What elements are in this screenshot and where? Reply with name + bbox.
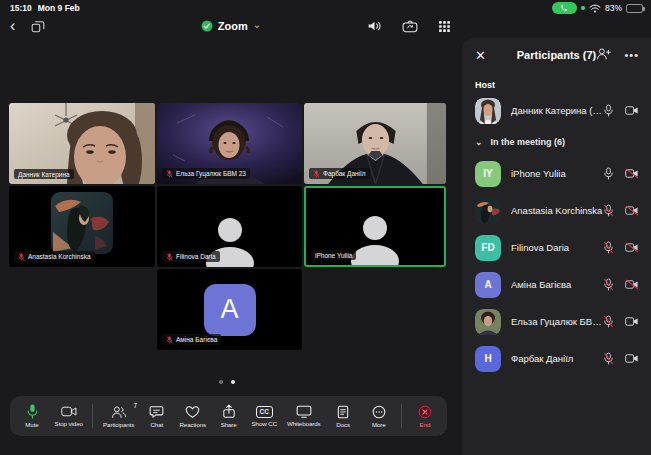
zoom-ipad-screen: 15:10 Mon 9 Feb 83% ‹ Zoom ⌄ xyxy=(0,0,651,455)
toolbar-divider xyxy=(92,404,93,428)
participant-name: Ельза Гуцалюк БВМ 23 xyxy=(511,316,603,327)
letter-avatar: A xyxy=(204,284,256,336)
video-tile-farbak-daniil[interactable]: Фарбак Даніїл xyxy=(304,103,446,184)
participants-button[interactable]: 7 Participants xyxy=(103,405,134,428)
participant-row-amina-bahiieva[interactable]: A Аміна Багієва xyxy=(462,266,651,303)
stop-video-button[interactable]: Stop video xyxy=(55,405,83,427)
video-tile-dannyk-kateryna[interactable]: Данник Катерина xyxy=(9,103,155,184)
chevron-down-icon: ⌄ xyxy=(253,19,261,30)
camera-on-icon[interactable] xyxy=(625,316,639,327)
mic-muted-icon xyxy=(166,336,173,344)
mic-in-use-dot xyxy=(581,6,585,10)
end-call-icon xyxy=(418,405,432,419)
tile-name-label: Ельза Гуцалюк БВМ 23 xyxy=(162,168,250,179)
video-tile-elza-hutsaliuk[interactable]: Ельза Гуцалюк БВМ 23 xyxy=(157,103,302,184)
camera-off-icon[interactable] xyxy=(625,242,639,253)
participant-row-elza-hutsaliuk[interactable]: Ельза Гуцалюк БВМ 23 xyxy=(462,303,651,340)
mic-muted-icon[interactable] xyxy=(603,352,614,365)
view-grid-icon[interactable] xyxy=(438,20,451,33)
participant-name: iPhone Yuliia xyxy=(511,168,603,179)
video-tile-amina-bahiieva[interactable]: A Аміна Багієва xyxy=(157,269,302,350)
participant-row-anastasia-korchinska[interactable]: Anastasia Korchinska xyxy=(462,192,651,229)
wifi-icon xyxy=(589,4,601,13)
camera-icon xyxy=(61,405,77,418)
profile-image xyxy=(51,192,113,254)
participants-panel-header: ✕ Participants (7) ••• xyxy=(462,38,651,72)
more-icon xyxy=(372,405,386,419)
battery-icon xyxy=(626,4,643,13)
participant-row-farbak-daniil[interactable]: H Фарбак Даніїл xyxy=(462,340,651,377)
share-button[interactable]: Share xyxy=(216,404,242,428)
mic-muted-icon xyxy=(313,170,320,178)
toolbar-divider xyxy=(401,404,402,428)
tile-name-label: Фарбак Даніїл xyxy=(309,168,370,179)
secure-check-icon xyxy=(201,20,213,32)
participant-row-host[interactable]: Данник Катерина (me) xyxy=(462,92,651,129)
tile-name-label: Данник Катерина xyxy=(14,169,74,179)
clock: 15:10 xyxy=(10,3,32,13)
chat-icon xyxy=(149,405,164,419)
participant-name: Данник Катерина (me) xyxy=(511,105,603,116)
video-tile-anastasia-korchinska[interactable]: Anastasia Korchinska xyxy=(9,186,155,267)
mic-muted-icon xyxy=(166,170,173,178)
chat-button[interactable]: Chat xyxy=(144,405,170,428)
invite-person-icon[interactable] xyxy=(596,47,611,63)
reactions-button[interactable]: Reactions xyxy=(179,405,206,428)
participants-icon xyxy=(111,405,127,419)
mic-muted-icon[interactable] xyxy=(603,204,614,217)
participants-panel: ✕ Participants (7) ••• Host Данник Катер… xyxy=(462,38,651,455)
mic-muted-icon[interactable] xyxy=(603,278,614,291)
nav-bar: ‹ Zoom ⌄ xyxy=(0,14,651,38)
avatar: FD xyxy=(475,235,501,261)
share-icon xyxy=(222,404,236,419)
mute-button[interactable]: Mute xyxy=(19,404,45,428)
heart-icon xyxy=(185,405,200,419)
camera-on-icon[interactable] xyxy=(625,105,639,116)
mic-on-icon[interactable] xyxy=(603,167,614,180)
mic-on-icon[interactable] xyxy=(603,104,614,117)
panel-title: Participants (7) xyxy=(517,49,596,61)
camera-off-icon[interactable] xyxy=(625,205,639,216)
participant-row-iphone-yuliia[interactable]: IY iPhone Yuliia xyxy=(462,155,651,192)
active-call-indicator[interactable] xyxy=(552,2,577,14)
switch-camera-icon[interactable] xyxy=(402,20,418,33)
end-button[interactable]: End xyxy=(412,405,438,428)
avatar: A xyxy=(475,272,501,298)
participant-name: Anastasia Korchinska xyxy=(511,205,603,216)
show-cc-button[interactable]: CC Show CC xyxy=(251,406,277,427)
whiteboards-button[interactable]: Whiteboards xyxy=(287,405,321,427)
tile-name-label: Аміна Багієва xyxy=(162,334,221,345)
chevron-down-icon: ⌄ xyxy=(475,137,483,147)
phone-icon xyxy=(560,4,568,12)
participant-row-filinova-daria[interactable]: FD Filinova Daria xyxy=(462,229,651,266)
speaker-icon[interactable] xyxy=(367,20,382,32)
in-meeting-section-toggle[interactable]: ⌄ In the meeting (6) xyxy=(462,129,651,155)
date: Mon 9 Feb xyxy=(38,3,80,13)
mic-muted-icon xyxy=(166,253,173,261)
page-dot xyxy=(219,380,223,384)
whiteboard-icon xyxy=(296,405,312,418)
camera-on-icon[interactable] xyxy=(625,353,639,364)
page-indicator xyxy=(205,380,249,384)
mic-muted-icon[interactable] xyxy=(603,241,614,254)
video-tile-filinova-daria[interactable]: Filinova Daria xyxy=(157,186,302,267)
panel-more-icon[interactable]: ••• xyxy=(624,49,639,61)
tile-name-label: Anastasia Korchinska xyxy=(14,251,95,262)
camera-off-icon[interactable] xyxy=(625,279,639,290)
docs-button[interactable]: Docs xyxy=(330,405,356,428)
participants-count-badge: 7 xyxy=(134,402,138,409)
avatar: H xyxy=(475,346,501,372)
participant-name: Аміна Багієва xyxy=(511,279,603,290)
mic-icon xyxy=(26,404,39,419)
close-icon[interactable]: ✕ xyxy=(475,48,486,63)
avatar xyxy=(475,98,501,124)
page-dot-active xyxy=(231,380,235,384)
video-tile-iphone-yuliia[interactable]: iPhone Yuliia xyxy=(304,186,446,267)
mic-muted-icon[interactable] xyxy=(603,315,614,328)
host-section-label: Host xyxy=(462,72,651,92)
more-button[interactable]: More xyxy=(366,405,392,428)
video-grid: Данник Катерина Ельза Гуцалюк Б xyxy=(0,38,462,455)
camera-off-icon[interactable] xyxy=(625,168,639,179)
mic-muted-icon xyxy=(18,253,25,261)
participant-name: Фарбак Даніїл xyxy=(511,353,603,364)
